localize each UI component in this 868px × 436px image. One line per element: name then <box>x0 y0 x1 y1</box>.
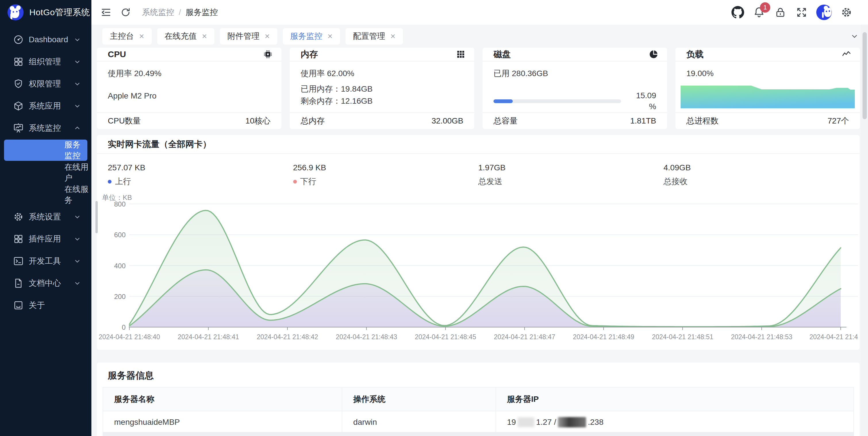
svg-text:2024-04-21 21:4: 2024-04-21 21:4 <box>809 333 858 341</box>
svg-text:2024-04-21 21:48:49: 2024-04-21 21:48:49 <box>573 333 634 341</box>
tab-close-icon[interactable]: × <box>202 32 207 40</box>
sidebar-subitem-online-users[interactable]: 在线用户 <box>0 161 91 183</box>
ip-redacted-segment <box>558 417 586 427</box>
server-info-card: 服务器信息 服务器名称 操作系统 服务器IP mengshuaideMBP da… <box>97 363 860 436</box>
tabbar-dropdown-chevron-icon[interactable] <box>849 31 859 41</box>
user-avatar[interactable] <box>816 5 832 20</box>
sidebar-item-system-monitor[interactable]: 系统监控 <box>0 117 91 139</box>
sidebar-item-label: 插件应用 <box>29 234 73 244</box>
cell-os: darwin <box>342 411 496 433</box>
tab-close-icon[interactable]: × <box>390 32 396 40</box>
content-scrollbar-thumb[interactable] <box>95 201 98 233</box>
svg-text:0: 0 <box>122 324 126 331</box>
sidebar-item-label: 系统设置 <box>29 211 73 222</box>
tab-console[interactable]: 主控台 × <box>102 28 152 44</box>
tab-service-monitor[interactable]: 服务监控 × <box>283 28 340 44</box>
legend-dot-upload <box>108 180 112 183</box>
breadcrumb: 系统监控 / 服务监控 <box>142 7 218 18</box>
traffic-title: 实时网卡流量（全部网卡） <box>108 138 211 150</box>
chevron-up-icon <box>73 124 82 132</box>
disk-progress-track <box>494 99 621 103</box>
sidebar-subitem-service-monitor[interactable]: 服务监控 <box>4 140 87 161</box>
tab-close-icon[interactable]: × <box>265 32 270 40</box>
tab-close-icon[interactable]: × <box>139 32 144 40</box>
lock-screen-icon[interactable] <box>774 6 787 19</box>
load-footer-value: 727个 <box>828 115 849 126</box>
cell-server-ip: 19 1.27 / .238 <box>496 411 853 433</box>
load-usage: 19.00% <box>686 68 849 79</box>
disk-progress: 15.09 % <box>494 90 656 112</box>
sidebar-header: HotGo管理系统 <box>0 0 91 25</box>
chevron-down-icon <box>73 257 82 265</box>
tab-label: 服务监控 <box>290 31 322 42</box>
topbar: 系统监控 / 服务监控 1 <box>91 0 868 25</box>
sidebar-item-permission[interactable]: 权限管理 <box>0 73 91 95</box>
tab-online-recharge[interactable]: 在线充值 × <box>157 28 215 44</box>
gear-icon <box>13 211 24 223</box>
grid-icon <box>13 56 24 67</box>
breadcrumb-current: 服务监控 <box>186 7 218 18</box>
notifications-bell-icon[interactable]: 1 <box>752 6 766 19</box>
tab-label: 配置管理 <box>353 31 385 42</box>
tabbar: 主控台 × 在线充值 × 附件管理 × 服务监控 × 配置管理 × <box>91 25 868 48</box>
sidebar-collapse-icon[interactable] <box>99 6 113 19</box>
tab-attachments[interactable]: 附件管理 × <box>220 28 277 44</box>
sidebar-item-organization[interactable]: 组织管理 <box>0 51 91 73</box>
svg-text:2024-04-21 21:48:40: 2024-04-21 21:48:40 <box>99 333 160 341</box>
table-row: mengshuaideMBP darwin 19 1.27 / .238 <box>103 411 853 433</box>
breadcrumb-parent[interactable]: 系统监控 <box>142 7 174 18</box>
memory-card-title: 内存 <box>301 48 456 60</box>
tab-close-icon[interactable]: × <box>328 32 333 40</box>
disk-percent: 15.09 % <box>627 90 656 112</box>
memory-card: 内存 使用率 62.00% 已用内存：19.84GB 剩余内存：12.16GB … <box>290 48 474 129</box>
col-server-name: 服务器名称 <box>103 388 342 411</box>
ip-mid: 1.27 / <box>536 417 556 427</box>
sidebar-item-dashboard[interactable]: Dashboard <box>0 28 91 51</box>
sidebar-item-plugins[interactable]: 插件应用 <box>0 228 91 250</box>
chevron-down-icon <box>73 35 82 44</box>
svg-text:200: 200 <box>114 293 126 300</box>
page-scrollbar-thumb[interactable] <box>863 32 867 119</box>
disk-footer-value: 1.81TB <box>630 116 656 126</box>
sidebar-subitem-online-services[interactable]: 在线服务 <box>0 183 91 206</box>
sidebar-item-label: 关于 <box>29 300 82 311</box>
topbar-actions: 1 <box>731 5 868 20</box>
trend-line-icon <box>842 49 851 59</box>
sidebar-item-system-settings[interactable]: 系统设置 <box>0 206 91 228</box>
disk-card-title: 磁盘 <box>494 48 649 60</box>
hotgo-logo-icon <box>7 4 24 21</box>
col-server-ip: 服务器IP <box>496 388 853 411</box>
disk-card: 磁盘 已用 280.36GB 15.09 % 总容量 1.81TB <box>483 48 667 129</box>
next-row-strip <box>103 432 854 436</box>
disk-progress-fill <box>494 99 513 103</box>
svg-text:2024-04-21 21:48:45: 2024-04-21 21:48:45 <box>415 333 476 341</box>
hotgo-admin-app: HotGo管理系统 Dashboard 组织管理 <box>0 0 868 436</box>
sidebar-item-label: Dashboard <box>29 35 73 44</box>
chevron-down-icon <box>73 235 82 243</box>
stat-value: 1.97GB <box>478 163 664 173</box>
github-icon[interactable] <box>731 6 744 19</box>
ip-suffix: .238 <box>588 417 603 427</box>
fullscreen-icon[interactable] <box>795 6 808 19</box>
settings-gear-icon[interactable] <box>840 6 853 19</box>
stat-label: 下行 <box>300 176 316 187</box>
chevron-down-icon <box>73 58 82 66</box>
chevron-down-icon <box>73 102 82 110</box>
cell-server-name: mengshuaideMBP <box>103 411 342 433</box>
tab-config[interactable]: 配置管理 × <box>345 28 403 44</box>
shield-check-icon <box>13 78 24 90</box>
monitor-chart-icon <box>13 122 24 134</box>
refresh-icon[interactable] <box>119 6 132 19</box>
sidebar: HotGo管理系统 Dashboard 组织管理 <box>0 0 91 436</box>
sidebar-item-docs[interactable]: 文档中心 <box>0 272 91 294</box>
cpu-usage: 使用率 20.49% <box>108 68 271 79</box>
sidebar-item-dev-tools[interactable]: 开发工具 <box>0 250 91 272</box>
memory-footer-label: 总内存 <box>301 115 325 126</box>
sidebar-subitem-label: 在线用户 <box>64 162 91 183</box>
sidebar-item-system-apps[interactable]: 系统应用 <box>0 95 91 117</box>
page-scrollbar-track <box>861 25 868 436</box>
chevron-down-icon <box>73 279 82 288</box>
sidebar-item-about[interactable]: 关于 <box>0 294 91 316</box>
sidebar-item-label: 开发工具 <box>29 256 73 267</box>
memory-free: 剩余内存：12.16GB <box>301 96 463 106</box>
